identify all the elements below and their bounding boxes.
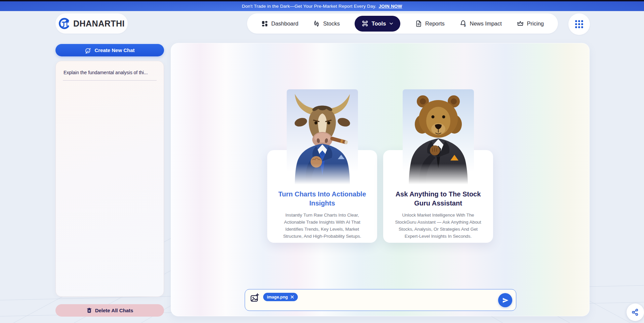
nav-label: Tools: [372, 20, 386, 27]
nav-item-dashboard[interactable]: Dashboard: [261, 20, 298, 27]
chat-composer-input[interactable]: image.png: [245, 289, 516, 311]
tools-command-icon: [361, 20, 369, 27]
nav-label: Stocks: [323, 20, 340, 27]
delete-all-label: Delete All Chats: [95, 308, 133, 313]
share-button[interactable]: [627, 304, 644, 321]
delete-all-chats-button[interactable]: Delete All Chats: [55, 304, 164, 317]
new-chat-icon: [85, 47, 91, 54]
chat-history-panel: Explain the fundamental analysis of thi.…: [55, 61, 164, 297]
card-description: Instantly Turn Raw Charts Into Clear, Ac…: [275, 212, 369, 240]
apps-grid-button[interactable]: [568, 13, 590, 35]
nav-label: Dashboard: [271, 20, 298, 27]
feature-card-chart-insights[interactable]: Turn Charts Into Actionable Insights Ins…: [267, 150, 377, 243]
share-icon: [631, 308, 639, 316]
attachment-chip[interactable]: image.png: [263, 293, 298, 301]
nav-item-tools[interactable]: Tools: [355, 16, 401, 32]
nav-item-news-impact[interactable]: $ News Impact: [459, 20, 502, 27]
trash-icon: [86, 308, 92, 313]
card-title: Ask Anything to The Stock Guru Assistant: [391, 190, 485, 208]
create-new-chat-button[interactable]: Create New Chat: [55, 44, 164, 56]
feature-card-stock-guru[interactable]: Ask Anything to The Stock Guru Assistant…: [383, 150, 493, 243]
remove-attachment-icon[interactable]: [290, 295, 294, 299]
nav-label: Reports: [425, 20, 445, 27]
attachment-name: image.png: [267, 295, 288, 299]
new-chat-label: Create New Chat: [94, 47, 134, 53]
main-nav: Dashboard Stocks Tools: [247, 13, 558, 34]
card-title: Turn Charts Into Actionable Insights: [275, 190, 369, 208]
stocks-candlestick-icon: [313, 20, 320, 27]
promo-banner: Don't Trade in the Dark—Get Your Pre-Mar…: [0, 0, 644, 11]
brand-name: DHANARTHI: [73, 19, 125, 29]
add-image-icon: [250, 293, 259, 302]
chat-history-item[interactable]: Explain the fundamental analysis of thi.…: [63, 67, 157, 81]
dhanarthi-logo-icon: [58, 17, 71, 30]
pricing-crown-icon: [517, 20, 524, 27]
nav-label: Pricing: [527, 20, 544, 27]
nav-item-pricing[interactable]: Pricing: [517, 20, 544, 27]
nav-item-stocks[interactable]: Stocks: [313, 20, 340, 27]
grid-menu-icon: [574, 19, 584, 29]
reports-document-icon: [415, 20, 422, 27]
promo-banner-text: Don't Trade in the Dark—Get Your Pre-Mar…: [242, 4, 376, 9]
svg-text:$: $: [464, 24, 466, 27]
bear-in-suit-image: [397, 89, 479, 187]
nav-label: News Impact: [470, 20, 502, 27]
assistant-main-panel: Turn Charts Into Actionable Insights Ins…: [171, 43, 590, 316]
add-image-button[interactable]: [250, 293, 259, 302]
send-icon: [502, 297, 509, 304]
card-description: Unlock Market Intelligence With The Stoc…: [391, 212, 485, 240]
bull-in-suit-image: [281, 89, 363, 187]
dashboard-icon: [261, 20, 268, 27]
news-bell-icon: $: [459, 20, 467, 27]
brand-logo[interactable]: DHANARTHI: [55, 13, 128, 34]
join-now-link[interactable]: JOIN NOW: [379, 4, 402, 9]
send-message-button[interactable]: [498, 293, 512, 307]
chevron-down-icon: [389, 21, 394, 26]
nav-item-reports[interactable]: Reports: [415, 20, 445, 27]
feature-cards-row: Turn Charts Into Actionable Insights Ins…: [171, 150, 589, 243]
